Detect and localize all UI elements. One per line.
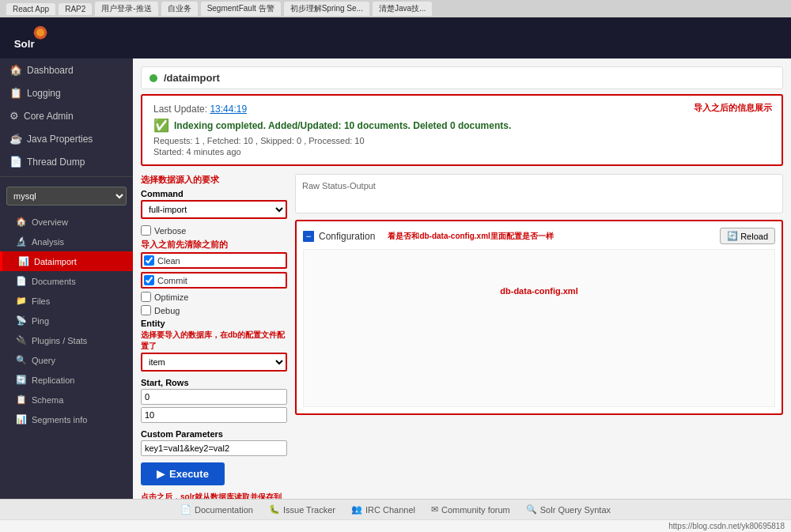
sidebar-sub-label: Schema <box>32 395 63 405</box>
browser-tab[interactable]: 自业务 <box>161 2 198 16</box>
entity-group: Entity 选择要导入的数据库，在db的配置文件配置了 item <box>141 319 287 372</box>
entity-select[interactable]: item <box>141 353 287 372</box>
sidebar-item-label: Thread Dump <box>27 157 85 168</box>
debug-group: Debug <box>141 305 287 315</box>
commit-checkbox[interactable] <box>144 275 154 285</box>
custom-params-input[interactable] <box>141 440 287 456</box>
app-container: Solr 🏠 Dashboard 📋 Logging ⚙ Core Admin … <box>0 17 791 532</box>
footer-issue-tracker[interactable]: 🐛 Issue Tracker <box>269 504 335 515</box>
sidebar-sub-item-files[interactable]: 📁 Files <box>0 291 133 311</box>
commit-group: Commit <box>141 272 287 289</box>
irc-icon: 👥 <box>351 504 362 515</box>
analysis-icon: 🔬 <box>16 236 27 247</box>
sidebar-item-java-properties[interactable]: ☕ Java Properties <box>0 127 133 150</box>
sidebar-sub-label: Segments info <box>32 415 87 424</box>
success-message: ✅ Indexing completed. Added/Updated: 10 … <box>153 118 770 133</box>
sidebar-sub-item-replication[interactable]: 🔄 Replication <box>0 370 133 390</box>
sidebar-sub-item-documents[interactable]: 📄 Documents <box>0 271 133 291</box>
sidebar-sub-item-dataimport[interactable]: 📊 Dataimport <box>0 251 133 271</box>
requests-line: Requests: 1 , Fetched: 10 , Skipped: 0 ,… <box>153 136 770 145</box>
sidebar-sub-item-schema[interactable]: 📋 Schema <box>0 390 133 409</box>
sidebar-sub-item-segments[interactable]: 📊 Segments info <box>0 409 133 429</box>
last-update-time[interactable]: 13:44:19 <box>210 104 247 115</box>
sidebar-sub-label: Analysis <box>32 237 64 247</box>
sidebar-sub-label: Dataimport <box>34 257 77 266</box>
annotation-execute: 点击之后，solr就从数据库读取并保存到solr缓存中去了 <box>141 492 287 499</box>
footer-documentation[interactable]: 📄 Documentation <box>180 504 253 515</box>
rows-input[interactable] <box>141 407 287 423</box>
sidebar-sub-item-ping[interactable]: 📡 Ping <box>0 311 133 330</box>
replication-icon: 🔄 <box>16 375 27 385</box>
status-header: /dataimport <box>141 66 783 89</box>
custom-params-group: Custom Parameters <box>141 429 287 456</box>
command-label: Command <box>141 189 287 198</box>
url-bar: https://blog.csdn.net/yk80695818 <box>0 519 791 532</box>
clean-area: 导入之前先清除之前的 Clean <box>141 239 287 269</box>
footer-syntax-label: Solr Query Syntax <box>540 505 611 515</box>
optimize-checkbox[interactable] <box>141 292 151 302</box>
config-header: − Configuration 看是否和db-data-config.xml里面… <box>303 228 775 244</box>
clean-checkbox[interactable] <box>144 255 154 266</box>
clean-group: Clean <box>141 252 287 269</box>
reload-icon: 🔄 <box>727 231 738 241</box>
command-select[interactable]: full-import delta-import status reload-c… <box>141 200 287 219</box>
raw-output-box: Raw Status-Output <box>295 174 783 213</box>
browser-tab[interactable]: RAP2 <box>59 3 92 15</box>
verbose-label: Verbose <box>154 226 186 236</box>
footer-issue-label: Issue Tracker <box>283 505 335 515</box>
raw-output-title: Raw Status-Output <box>302 181 776 191</box>
sidebar-sub-item-plugins[interactable]: 🔌 Plugins / Stats <box>0 330 133 350</box>
ping-icon: 📡 <box>16 315 27 326</box>
execute-button[interactable]: ▶ Execute <box>141 462 225 485</box>
info-box: Last Update: 13:44:19 ✅ Indexing complet… <box>141 94 783 166</box>
browser-tab[interactable]: 清楚Java技... <box>373 2 432 16</box>
browser-tab[interactable]: SegmentFault 告警 <box>201 2 281 16</box>
verbose-checkbox[interactable] <box>141 225 151 236</box>
files-icon: 📁 <box>16 296 27 306</box>
footer-documentation-label: Documentation <box>195 505 253 515</box>
form-column: 选择数据源入的要求 Command full-import delta-impo… <box>141 174 287 499</box>
browser-tab[interactable]: 用户登录-推送 <box>95 2 157 16</box>
clean-label: Clean <box>157 256 180 266</box>
footer-community-forum[interactable]: ✉ Community forum <box>431 504 510 515</box>
browser-tab[interactable]: React App <box>6 3 55 15</box>
annotation-item: 选择要导入的数据库，在db的配置文件配置了 <box>141 330 287 352</box>
optimize-group: Optimize <box>141 292 287 302</box>
command-group: Command full-import delta-import status … <box>141 189 287 219</box>
sidebar-item-thread-dump[interactable]: 📄 Thread Dump <box>0 150 133 173</box>
sidebar-item-dashboard[interactable]: 🏠 Dashboard <box>0 58 133 81</box>
config-collapse-button[interactable]: − <box>303 231 314 242</box>
logo-area: Solr <box>13 24 52 52</box>
sidebar-sub-item-query[interactable]: 🔍 Query <box>0 350 133 370</box>
browser-tab[interactable]: 初步理解Spring Se... <box>284 2 369 16</box>
sidebar-sub-item-analysis[interactable]: 🔬 Analysis <box>0 232 133 251</box>
debug-checkbox[interactable] <box>141 305 151 315</box>
footer-irc-channel[interactable]: 👥 IRC Channel <box>351 504 415 515</box>
segments-icon: 📊 <box>16 414 27 424</box>
sidebar-sub-label: Ping <box>32 316 49 326</box>
svg-text:Solr: Solr <box>14 38 35 50</box>
sidebar-item-label: Dashboard <box>27 65 74 76</box>
footer: 📄 Documentation 🐛 Issue Tracker 👥 IRC Ch… <box>0 499 791 519</box>
started-line: Started: 4 minutes ago <box>153 147 770 157</box>
schema-icon: 📋 <box>16 394 27 405</box>
annotation-clean: 导入之前先清除之前的 <box>141 239 287 251</box>
sidebar-sub-item-overview[interactable]: 🏠 Overview <box>0 212 133 232</box>
footer-solr-syntax[interactable]: 🔍 Solr Query Syntax <box>526 504 611 515</box>
overview-icon: 🏠 <box>16 217 27 227</box>
sidebar-item-logging[interactable]: 📋 Logging <box>0 81 133 104</box>
start-input[interactable] <box>141 389 287 405</box>
execute-label: Execute <box>169 468 209 480</box>
core-selector[interactable]: mysql <box>6 187 127 206</box>
start-rows-label: Start, Rows <box>141 378 287 387</box>
core-admin-icon: ⚙ <box>9 110 19 122</box>
sidebar-item-core-admin[interactable]: ⚙ Core Admin <box>0 104 133 127</box>
config-box: − Configuration 看是否和db-data-config.xml里面… <box>295 220 783 415</box>
two-col-layout: 选择数据源入的要求 Command full-import delta-impo… <box>141 174 783 499</box>
reload-button[interactable]: 🔄 Reload <box>720 228 775 244</box>
sidebar-sub-label: Overview <box>32 217 68 227</box>
config-content: db-data-config.xml <box>303 249 775 407</box>
last-update-label: Last Update: <box>153 104 207 115</box>
footer-irc-label: IRC Channel <box>365 505 415 515</box>
sidebar-sub-label: Documents <box>32 277 76 286</box>
